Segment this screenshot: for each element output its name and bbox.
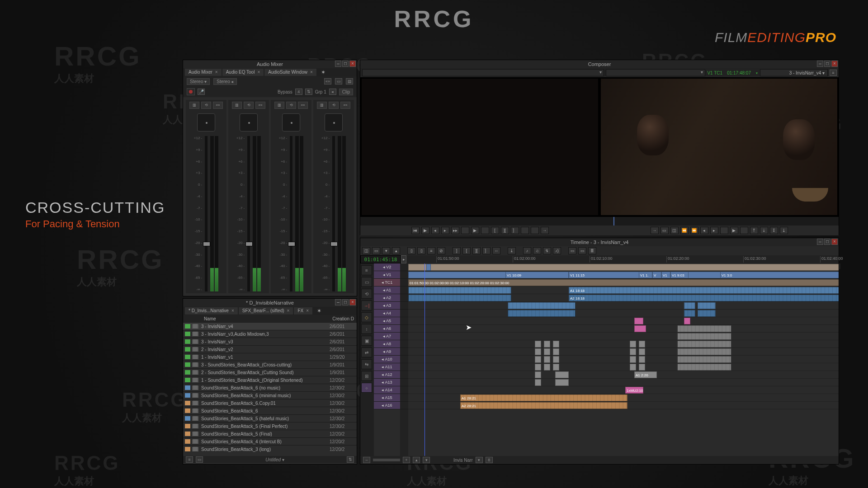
stereo-out-b[interactable]: Stereo ◂ xyxy=(213,78,236,85)
source-viewer[interactable] xyxy=(361,78,599,216)
track-header[interactable]: ◂ A3 xyxy=(374,302,400,310)
timeline-tool-button[interactable]: ▭ xyxy=(568,247,576,254)
track-header[interactable]: ◂ A16 xyxy=(374,402,400,409)
timeline-ruler[interactable]: 01:01:50:0001:02:00:0001:02:10:0001:02:2… xyxy=(406,255,839,263)
bin-row[interactable]: 2 - SoundStories_BearAttack_(Cutting Sou… xyxy=(183,368,357,376)
close-tab-icon[interactable]: × xyxy=(306,308,309,313)
close-icon[interactable]: × xyxy=(831,61,838,67)
bypass-value[interactable]: 4 xyxy=(295,89,302,95)
track-select-icon[interactable]: ▥ xyxy=(317,102,327,109)
volume-fader[interactable] xyxy=(205,136,208,291)
track-header[interactable]: ◂ A7 xyxy=(374,333,400,340)
timeline-clip[interactable] xyxy=(698,310,716,317)
bin-row[interactable]: SoundStories_BearAttack_6.Copy.01 12/30/… xyxy=(183,399,357,407)
track-header[interactable]: ◂ A12 xyxy=(374,371,400,379)
timeline-tool-button[interactable]: ▴ xyxy=(392,247,400,254)
record-button[interactable] xyxy=(187,88,195,95)
transport-button[interactable]: → xyxy=(651,227,659,234)
timeline-tool-button[interactable]: 〛 xyxy=(482,247,491,254)
track-patch[interactable] xyxy=(400,386,408,394)
transport-button[interactable]: ▸ xyxy=(710,227,718,234)
timeline-mode-button[interactable]: ⟐ xyxy=(361,383,372,393)
solo-icon[interactable]: ⟲ xyxy=(286,102,296,109)
track-patch[interactable] xyxy=(400,279,408,286)
col-name[interactable]: Name xyxy=(204,316,332,321)
timeline-clip[interactable]: A1 2:20 xyxy=(634,371,657,378)
close-tab-icon[interactable]: × xyxy=(287,308,290,313)
bin-row[interactable]: SoundStories_BearAttack_5 (hateful music… xyxy=(183,414,357,422)
timeline-clip[interactable]: V1 xyxy=(661,272,670,278)
timeline-clip[interactable] xyxy=(630,341,636,347)
timeline-clip[interactable] xyxy=(553,341,559,347)
timeline-clip[interactable] xyxy=(408,264,839,271)
sequence-name-dropdown[interactable]: 3 - InvisNarr_v4 ▾ xyxy=(760,69,828,76)
track-patch[interactable] xyxy=(400,263,408,271)
bin-row[interactable]: SoundStories_BearAttack_6 12/30/2 xyxy=(183,407,357,414)
mute-icon[interactable]: «» xyxy=(340,102,350,109)
transport-button[interactable]: 〛 xyxy=(511,227,519,234)
track-header[interactable]: ◂ V2 xyxy=(374,263,400,271)
timeline-clip[interactable] xyxy=(535,348,541,355)
source-track-dropdown[interactable] xyxy=(606,69,705,76)
close-tab-icon[interactable]: × xyxy=(215,70,218,75)
timeline-clip[interactable] xyxy=(555,379,569,386)
transport-button[interactable]: ⏪ xyxy=(680,227,689,234)
track-header[interactable]: ◂ A14 xyxy=(374,386,400,394)
track-header[interactable]: ◂ A5 xyxy=(374,317,400,325)
track-patch[interactable] xyxy=(400,325,408,333)
timeline-tool-button[interactable]: ♫ xyxy=(533,247,541,254)
timeline-clip[interactable] xyxy=(508,302,576,309)
bin-list[interactable]: 3 - InvisNarr_v4 2/6/201 3 - InvisNarr_v… xyxy=(183,322,357,456)
timeline-tool-button[interactable]: ▾ xyxy=(382,247,390,254)
track-header[interactable]: ◂ A8 xyxy=(374,340,400,348)
mute-icon[interactable]: «» xyxy=(213,102,223,109)
track-patch[interactable] xyxy=(400,371,408,379)
bypass-slider-icon[interactable]: ⇅ xyxy=(305,89,312,95)
pan-control[interactable] xyxy=(240,113,258,131)
transport-button[interactable]: ◂ xyxy=(700,227,708,234)
transport-button[interactable]: ▸▸ xyxy=(451,227,459,234)
timeline-clip[interactable]: A2 18:18 xyxy=(569,295,839,301)
track-patch[interactable] xyxy=(400,379,408,386)
transport-button[interactable]: ▶ xyxy=(471,227,479,234)
bin-row[interactable]: 1 - InvisNarr_v1 1/29/20 xyxy=(183,353,357,361)
timeline-clip[interactable] xyxy=(634,318,643,324)
track-patch[interactable] xyxy=(400,340,408,348)
timeline-clip[interactable] xyxy=(408,287,511,294)
timeline-clip[interactable] xyxy=(553,348,559,355)
composer-ruler[interactable] xyxy=(360,216,839,225)
zoom-out-icon[interactable]: – xyxy=(363,457,370,463)
timeline-tool-button[interactable]: ↔ xyxy=(492,247,500,254)
solo-icon[interactable]: ⟲ xyxy=(244,102,254,109)
mute-icon[interactable]: «» xyxy=(298,102,308,109)
timeline-tool-button[interactable]: ⤓ xyxy=(508,247,516,254)
timeline-tool-button[interactable]: ≣ xyxy=(588,247,596,254)
track-select-icon[interactable]: ▥ xyxy=(274,102,284,109)
timeline-tool-button[interactable]: ♪) xyxy=(553,247,561,254)
timeline-tool-button[interactable]: ] xyxy=(453,247,461,254)
pan-control[interactable] xyxy=(282,113,300,131)
timeline-clip[interactable]: V1 9:03 xyxy=(670,272,689,278)
timeline-mode-button[interactable]: ⊞ xyxy=(361,371,372,381)
bin-tab[interactable]: * D_Invis...Narrative× xyxy=(185,307,238,314)
view-list-icon[interactable]: ≡ xyxy=(186,456,193,463)
minimize-icon[interactable]: – xyxy=(817,239,823,245)
timeline-mode-button[interactable]: ⇆ xyxy=(361,359,372,369)
timeline-clip[interactable] xyxy=(639,348,645,355)
timeline-clip[interactable] xyxy=(684,318,690,324)
pan-control[interactable] xyxy=(197,113,215,131)
transport-button[interactable] xyxy=(531,227,539,234)
bin-row[interactable]: SoundStories_BearAttack_3 (long) 12/20/2 xyxy=(183,445,357,453)
view-frame-icon[interactable]: ▭ xyxy=(196,456,203,463)
track-header[interactable]: ◂ A11 xyxy=(374,363,400,371)
timeline-tool-button[interactable]: ↯ xyxy=(543,247,551,254)
timeline-clip[interactable]: 1xMU2:10 xyxy=(625,387,643,394)
track-header[interactable]: ◂ A10 xyxy=(374,356,400,363)
transport-button[interactable]: ▭ xyxy=(660,227,669,234)
timeline-clip[interactable] xyxy=(508,310,576,317)
timeline-tool-button[interactable]: ♪ xyxy=(523,247,531,254)
transport-button[interactable] xyxy=(461,227,469,234)
track-header[interactable]: ◂ A6 xyxy=(374,325,400,333)
scroll-up-icon[interactable]: ▴ xyxy=(413,457,420,463)
timeline-mode-button[interactable]: ⇄ xyxy=(361,347,372,357)
